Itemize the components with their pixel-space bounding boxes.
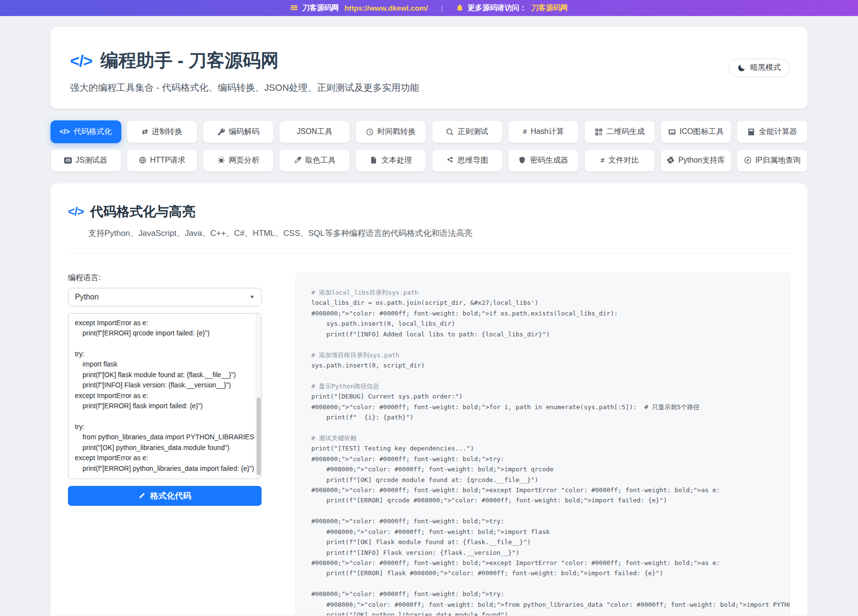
output-line: #008000;">"color: #0000ff; font-weight: … <box>311 599 774 610</box>
output-line: #008000;">"color: #0000ff; font-weight: … <box>311 308 774 318</box>
tab-code-format[interactable]: </>代码格式化 <box>50 120 121 143</box>
chevron-down-icon: ▼ <box>249 294 254 300</box>
section-subtitle: 支持Python、JavaScript、Java、C++、C#、HTML、CSS… <box>88 228 791 239</box>
neq-icon: ≠ <box>600 157 604 164</box>
output-line: # 添加local_libs目录到sys.path <box>311 287 774 298</box>
tab-label: JSON工具 <box>297 127 332 137</box>
output-line: print(f"[ERROR] qrcode #008000;">"color:… <box>311 495 774 505</box>
list-icon <box>290 4 298 12</box>
exchange-icon: ⇄ <box>142 128 148 135</box>
tab-label: 正则测试 <box>458 127 488 137</box>
topbar-site-name: 刀客源码网 <box>302 3 339 13</box>
output-line: #008000;">"color: #0000ff; font-weight: … <box>311 402 774 412</box>
python-icon <box>667 156 675 164</box>
topbar: 刀客源码网 https://www.dkewl.com/ | 更多源码请访问： … <box>0 0 858 16</box>
qrcode-icon <box>595 128 603 136</box>
tool-tabs-row2: JSJS测试器HTTP请求网页分析取色工具文本处理思维导图密码生成器≠文件对比P… <box>50 149 808 172</box>
output-line: print("[OK] python_libraries_data module… <box>311 610 774 616</box>
output-line: #008000;">"color: #0000ff; font-weight: … <box>311 454 774 464</box>
tab-mindmap[interactable]: 思维导图 <box>432 149 503 172</box>
section-title: 代码格式化与高亮 <box>90 203 195 220</box>
hash-icon: # <box>523 128 527 135</box>
tab-web-analyze[interactable]: 网页分析 <box>203 149 274 172</box>
moon-icon <box>738 64 746 72</box>
tab-label: 文件对比 <box>608 155 639 166</box>
tab-label: 编码解码 <box>229 127 259 137</box>
tab-base-convert[interactable]: ⇄进制转换 <box>127 120 198 143</box>
code-icon: </> <box>68 205 83 218</box>
eyedropper-icon <box>294 156 301 164</box>
tab-hash-calc[interactable]: #Hash计算 <box>508 120 579 143</box>
topbar-more-link[interactable]: 刀客源码网 <box>531 3 568 13</box>
key-icon <box>217 128 225 136</box>
search-icon <box>446 128 454 136</box>
output-line: print("[DEBUG] Current sys.path order:") <box>311 391 774 401</box>
output-line: # 显示Python路径信息 <box>311 381 774 391</box>
tab-js-tester[interactable]: JSJS测试器 <box>50 149 121 172</box>
code-icon: </> <box>70 51 92 70</box>
topbar-more-text: 更多源码请访问： <box>467 3 527 13</box>
header-card: </> 编程助手 - 刀客源码网 强大的编程工具集合 - 代码格式化、编码转换、… <box>50 27 808 109</box>
dark-mode-label: 暗黑模式 <box>750 63 781 73</box>
tab-label: Python支持库 <box>678 155 725 166</box>
language-select[interactable]: Python ▼ <box>68 288 262 306</box>
mindmap-icon <box>446 156 454 164</box>
tab-regex-test[interactable]: 正则测试 <box>432 120 503 143</box>
tab-qrcode-generate[interactable]: 二维码生成 <box>584 120 655 143</box>
pencil-icon <box>138 492 146 499</box>
tab-password-generator[interactable]: 密码生成器 <box>508 149 579 172</box>
tab-color-picker[interactable]: 取色工具 <box>279 149 350 172</box>
topbar-site-url[interactable]: https://www.dkewl.com/ <box>345 4 428 12</box>
page-subtitle: 强大的编程工具集合 - 代码格式化、编码转换、JSON处理、正则测试及更多实用功… <box>70 82 788 94</box>
tab-json-tools[interactable]: JSON工具 <box>279 120 350 143</box>
output-line <box>311 506 774 516</box>
tab-calculator[interactable]: 全能计算器 <box>737 120 808 143</box>
output-line: print(f"[OK] flask module found at: {fla… <box>311 537 774 547</box>
tab-label: ICO图标工具 <box>679 127 724 137</box>
tab-python-libs[interactable]: Python支持库 <box>660 149 731 172</box>
output-line: print(f"[INFO] Flask version: {flask.__v… <box>311 548 774 558</box>
page-title: 编程助手 - 刀客源码网 <box>100 49 279 73</box>
output-line: # 添加项目根目录到sys.path <box>311 350 774 360</box>
tab-label: IP归属地查询 <box>755 155 801 166</box>
format-button[interactable]: 格式化代码 <box>68 486 262 506</box>
language-select-value: Python <box>75 293 99 301</box>
output-line: #008000;">"color: #0000ff; font-weight: … <box>311 516 774 526</box>
output-line: print(f"[ERROR] flask #008000;">"color: … <box>311 568 774 578</box>
dark-mode-button[interactable]: 暗黑模式 <box>728 59 790 77</box>
tab-label: 时间戳转换 <box>378 127 416 137</box>
tab-encode-decode[interactable]: 编码解码 <box>203 120 274 143</box>
textarea-scrollbar[interactable] <box>256 314 261 479</box>
tab-file-diff[interactable]: ≠文件对比 <box>584 149 655 172</box>
output-line: #008000;">"color: #0000ff; font-weight: … <box>311 485 774 495</box>
tab-ip-lookup[interactable]: IP归属地查询 <box>737 149 808 172</box>
spider-icon <box>217 156 225 164</box>
output-line <box>311 339 774 350</box>
tab-label: 全能计算器 <box>759 127 797 137</box>
shield-icon <box>518 156 526 164</box>
tab-label: Hash计算 <box>531 127 564 137</box>
section-divider <box>68 253 790 253</box>
code-input[interactable] <box>68 313 262 480</box>
document-icon <box>370 156 378 164</box>
output-line: # 测试关键依赖 <box>311 433 774 443</box>
tab-label: 代码格式化 <box>74 127 112 137</box>
output-line <box>311 579 774 589</box>
tab-http-request[interactable]: HTTP请求 <box>127 149 198 172</box>
output-line: local_libs_dir = os.path.join(script_dir… <box>311 298 774 308</box>
tab-label: HTTP请求 <box>150 155 185 166</box>
tab-label: 进制转换 <box>151 127 182 137</box>
tool-tabs-row1: </>代码格式化⇄进制转换编码解码JSON工具时间戳转换正则测试#Hash计算二… <box>50 120 808 143</box>
output-line <box>311 422 774 433</box>
output-line: #008000;">"color: #0000ff; font-weight: … <box>311 589 774 599</box>
globe-icon <box>139 156 147 164</box>
tab-text-process[interactable]: 文本处理 <box>355 149 426 172</box>
output-line: #008000;">"color: #0000ff; font-weight: … <box>311 527 774 537</box>
output-line: print(f" {i}: {path}") <box>311 412 774 422</box>
tab-label: 思维导图 <box>458 155 488 166</box>
format-button-label: 格式化代码 <box>150 490 192 501</box>
output-line: sys.path.insert(0, script_dir) <box>311 360 774 370</box>
textarea-scrollbar-thumb[interactable] <box>257 398 261 475</box>
tab-ico-tools[interactable]: ICO图标工具 <box>660 120 731 143</box>
tab-timestamp-convert[interactable]: 时间戳转换 <box>355 120 426 143</box>
